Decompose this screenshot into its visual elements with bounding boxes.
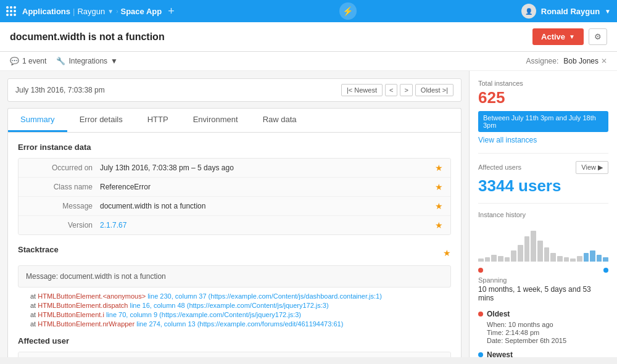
star-icon-3[interactable]: ★ — [435, 220, 443, 230]
newest-dot — [603, 268, 608, 273]
events-item[interactable]: 💬 1 event — [10, 57, 46, 65]
status-button[interactable]: Active ▼ — [532, 28, 584, 45]
stacktrace-lines: at HTMLButtonElement.<anonymous> line 23… — [18, 292, 451, 328]
bolt-symbol: ⚡ — [342, 6, 353, 16]
chart-bar — [564, 257, 569, 262]
divider-1 — [478, 153, 608, 154]
assignee-box: Bob Jones ✕ — [563, 57, 607, 65]
main-layout: July 13th 2016, 7:03:38 pm |< Newest < >… — [0, 71, 617, 357]
chart-bar — [505, 257, 510, 262]
instance-history-chart — [478, 225, 608, 262]
chart-bar — [550, 253, 556, 262]
stack-fn-3: HTMLButtonElement.nrWrapper — [38, 320, 135, 328]
stack-line-3: at HTMLButtonElement.nrWrapper line 274,… — [18, 320, 451, 328]
chart-bar — [557, 256, 563, 262]
sub-header-actions: Active ▼ ⚙ — [532, 28, 607, 45]
prev-button[interactable]: < — [385, 84, 397, 96]
chart-bar — [603, 257, 608, 262]
spanning-value: 10 months, 1 week, 5 days and 53 mins — [478, 285, 608, 302]
version-value[interactable]: 2.1.7.67 — [100, 221, 435, 230]
user-caret: ▼ — [605, 8, 611, 15]
left-content: July 13th 2016, 7:03:38 pm |< Newest < >… — [0, 71, 469, 357]
divider-2 — [478, 203, 608, 204]
nav-apps-group[interactable]: Applications — [6, 6, 70, 16]
newest-section: Newest When: 9 minutes ago Time: 3:08:31… — [478, 350, 608, 357]
stack-text-3[interactable]: line 274, column 13 (https://example.com… — [136, 320, 343, 328]
settings-button[interactable]: ⚙ — [589, 28, 607, 45]
classname-value: ReferenceError — [100, 183, 435, 191]
instance-history-label: Instance history — [478, 211, 608, 218]
oldest-button[interactable]: Oldest >| — [415, 84, 453, 96]
bolt-icon[interactable]: ⚡ — [339, 2, 357, 20]
oldest-when: When: 10 months ago — [487, 321, 608, 328]
table-row: Occurred on July 13th 2016, 7:03:38 pm –… — [19, 159, 450, 178]
integrations-icon: 🔧 — [56, 57, 65, 65]
tab-http[interactable]: HTTP — [135, 109, 181, 132]
error-instance-title: Error instance data — [18, 143, 451, 152]
chart-bar — [597, 255, 602, 262]
content-panel: Error instance data Occurred on July 13t… — [7, 132, 462, 357]
newest-button[interactable]: |< Newest — [341, 84, 383, 96]
stack-line-1: at HTMLButtonElement.dispatch line 16, c… — [18, 302, 451, 309]
spaceapp-label: Space App — [120, 7, 162, 16]
current-date: July 13th 2016, 7:03:38 pm — [15, 86, 105, 94]
date-range-button[interactable]: Between July 11th 3pm and July 18th 3pm — [478, 111, 608, 132]
tabs-bar: Summary Error details HTTP Environment R… — [7, 108, 462, 132]
affected-users-header: Affected users View ▶ — [478, 161, 608, 174]
status-label: Active — [541, 32, 565, 41]
message-value: document.width is not a function — [100, 202, 435, 210]
stack-text-2[interactable]: line 70, column 9 (https://example.com/C… — [106, 311, 301, 318]
stack-text-1[interactable]: line 16, column 48 (https://example.com/… — [130, 302, 328, 309]
nav-raygun[interactable]: Raygun ▼ — [77, 7, 114, 16]
tab-error-details[interactable]: Error details — [67, 109, 135, 132]
assignee-name: Bob Jones — [563, 57, 598, 65]
avatar: 👤 — [521, 4, 536, 19]
assignee-remove-button[interactable]: ✕ — [601, 57, 607, 65]
table-row: Message document.width is not a function… — [19, 197, 450, 216]
integrations-caret: ▼ — [110, 57, 118, 65]
star-icon-2[interactable]: ★ — [435, 201, 443, 211]
newest-indicator — [478, 352, 483, 357]
chart-bar — [478, 259, 484, 262]
stack-fn-2: HTMLButtonElement.i — [38, 311, 104, 318]
add-button[interactable]: + — [168, 5, 175, 18]
stacktrace-header: Stacktrace ★ — [18, 245, 451, 260]
stack-line-2: at HTMLButtonElement.i line 70, column 9… — [18, 311, 451, 318]
nav-center: ⚡ — [175, 2, 521, 20]
top-navigation: Applications | Raygun ▼ › Space App + ⚡ … — [0, 0, 617, 22]
stacktrace-message: Message: document.width is not a functio… — [18, 265, 451, 287]
action-bar: 💬 1 event 🔧 Integrations ▼ Assignee: Bob… — [0, 52, 617, 71]
grid-icon — [6, 6, 16, 16]
raygun-caret: ▼ — [107, 8, 114, 15]
stack-prefix-3: at — [30, 320, 38, 328]
integrations-item[interactable]: 🔧 Integrations ▼ — [56, 57, 118, 65]
view-users-button[interactable]: View ▶ — [576, 161, 608, 174]
classname-label: Class name — [26, 183, 100, 191]
star-icon-0[interactable]: ★ — [435, 163, 443, 173]
chart-bar — [491, 255, 497, 262]
tab-summary[interactable]: Summary — [8, 109, 67, 132]
stack-prefix-2: at — [30, 311, 38, 318]
tab-environment[interactable]: Environment — [181, 109, 251, 132]
sub-header: document.width is not a function Active … — [0, 22, 617, 52]
tab-raw-data[interactable]: Raw data — [251, 109, 309, 132]
apps-label: Applications — [22, 7, 70, 16]
view-all-instances-link[interactable]: View all instances — [478, 136, 608, 144]
comment-icon: 💬 — [10, 57, 19, 65]
stack-line-0: at HTMLButtonElement.<anonymous> line 23… — [18, 292, 451, 300]
chart-bar — [518, 245, 523, 262]
user-label: Ronald Raygun — [541, 7, 600, 16]
stacktrace-star[interactable]: ★ — [443, 248, 451, 258]
next-button[interactable]: > — [400, 84, 412, 96]
oldest-date: Date: September 6th 2015 — [487, 337, 608, 344]
pagination-bar: July 13th 2016, 7:03:38 pm |< Newest < >… — [7, 78, 462, 102]
table-row: Class name ReferenceError ★ — [19, 178, 450, 197]
oldest-time: Time: 2:14:48 pm — [487, 329, 608, 336]
status-caret: ▼ — [569, 33, 575, 40]
stack-text-0[interactable]: line 230, column 37 (https://example.com… — [147, 292, 382, 300]
star-icon-1[interactable]: ★ — [435, 182, 443, 192]
pagination-buttons: |< Newest < > Oldest >| — [341, 84, 453, 96]
newest-title: Newest — [478, 350, 608, 357]
table-row: Version 2.1.7.67 ★ — [19, 216, 450, 234]
version-label: Version — [26, 221, 100, 230]
